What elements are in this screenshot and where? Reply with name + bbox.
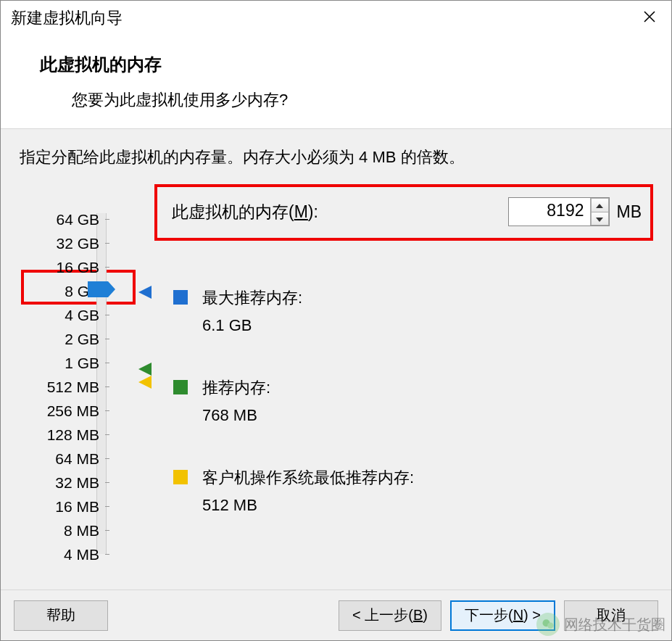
tick-64gb: 64 GB [20,207,114,231]
close-button[interactable] [634,4,665,33]
marker-minimum-icon [138,376,152,389]
tick-512mb: 512 MB [20,375,114,399]
legend-label: 推荐内存: [202,377,270,399]
legend-value: 512 MB [202,496,414,515]
memory-unit: MB [617,202,642,222]
next-button[interactable]: 下一步(N) > [450,600,555,631]
memory-ticks: 64 GB 32 GB 16 GB 8 GB 4 GB 2 GB 1 GB 51… [20,207,114,566]
tick-64mb: 64 MB [20,447,114,471]
marker-recommended-icon [138,363,152,376]
square-icon [173,470,188,484]
tick-32gb: 32 GB [20,231,114,255]
close-icon [643,9,656,28]
memory-step-up[interactable] [591,198,609,212]
marker-max-recommended-icon [138,286,152,299]
tick-16mb: 16 MB [20,495,114,518]
legend-minimum: 客户机操作系统最低推荐内存: 512 MB [173,467,414,515]
legend-label: 客户机操作系统最低推荐内存: [202,467,414,489]
memory-slider-thumb[interactable] [88,281,115,297]
page-subtitle: 您要为此虚拟机使用多少内存? [40,89,663,111]
tick-256mb: 256 MB [20,399,114,423]
chevron-up-icon [596,199,603,210]
page-title: 此虚拟机的内存 [40,53,663,76]
tick-32mb: 32 MB [20,471,114,495]
tick-4mb: 4 MB [20,542,114,566]
legend-max-recommended: 最大推荐内存: 6.1 GB [173,287,414,335]
tick-2gb: 2 GB [20,327,114,351]
memory-row: 此虚拟机的内存(M): 8192 MB [172,197,642,226]
cancel-button[interactable]: 取消 [564,600,658,631]
square-icon [173,380,188,394]
legend-value: 768 MB [202,406,270,425]
legend-label: 最大推荐内存: [202,287,302,309]
legend: 最大推荐内存: 6.1 GB 推荐内存: 768 MB 客户机操作系统最低推荐内… [173,287,414,557]
legend-recommended: 推荐内存: 768 MB [173,377,414,425]
legend-value: 6.1 GB [202,316,302,335]
help-button[interactable]: 帮助 [14,600,108,631]
tick-4gb: 4 GB [20,303,114,327]
body-panel: 指定分配给此虚拟机的内存量。内存大小必须为 4 MB 的倍数。 此虚拟机的内存(… [1,128,671,590]
square-icon [173,290,188,305]
hint-text: 指定分配给此虚拟机的内存量。内存大小必须为 4 MB 的倍数。 [20,146,652,168]
memory-step-down[interactable] [591,212,609,226]
memory-label: 此虚拟机的内存(M): [172,201,318,223]
chevron-down-icon [596,213,603,224]
window-title: 新建虚拟机向导 [11,7,123,29]
back-button[interactable]: < 上一步(B) [339,600,441,631]
tick-16gb: 16 GB [20,255,114,279]
titlebar: 新建虚拟机向导 [1,1,671,36]
memory-input-group: 8192 MB [508,197,642,226]
wizard-window: 新建虚拟机向导 此虚拟机的内存 您要为此虚拟机使用多少内存? 指定分配给此虚拟机… [0,0,672,641]
tick-1gb: 1 GB [20,351,114,375]
memory-spinner[interactable]: 8192 [508,197,610,226]
footer: 帮助 < 上一步(B) 下一步(N) > 取消 [1,590,671,640]
tick-8mb: 8 MB [20,518,114,542]
header-panel: 此虚拟机的内存 您要为此虚拟机使用多少内存? [1,36,671,128]
memory-value[interactable]: 8192 [509,198,590,226]
tick-128mb: 128 MB [20,423,114,447]
